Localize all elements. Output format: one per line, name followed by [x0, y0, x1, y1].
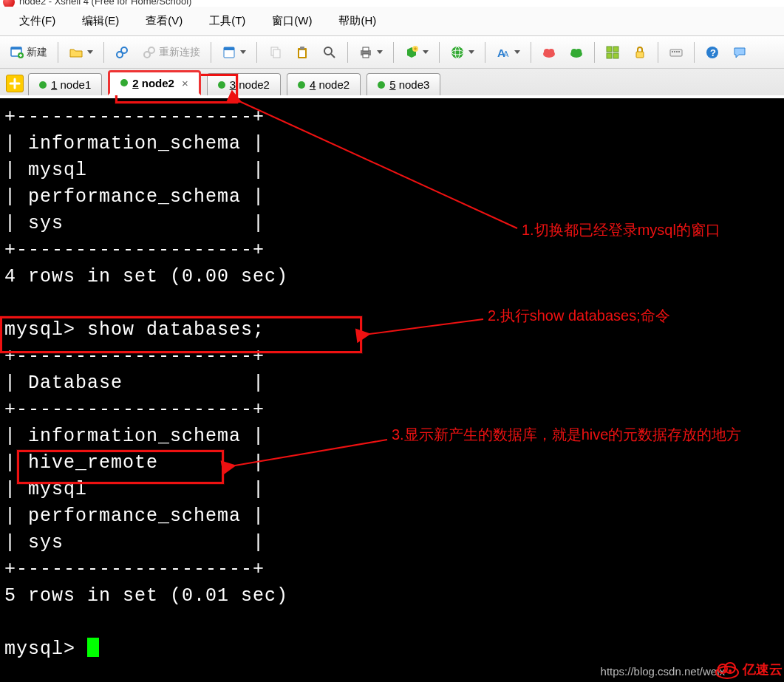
separator [694, 42, 695, 63]
dropdown-icon [423, 50, 429, 54]
svg-rect-37 [674, 51, 675, 52]
terminal-output[interactable]: +--------------------+ | information_sch… [0, 98, 784, 682]
close-tab-button[interactable]: × [182, 77, 188, 89]
add-tab-button[interactable] [6, 75, 24, 92]
help-button[interactable]: ? [700, 41, 725, 64]
svg-rect-17 [363, 54, 369, 58]
menu-help[interactable]: 帮助(H) [325, 11, 389, 31]
new-button[interactable]: 新建 [4, 41, 52, 64]
plus-icon [8, 77, 21, 90]
xftp-button[interactable] [536, 41, 562, 64]
menu-window[interactable]: 窗口(W) [259, 11, 325, 31]
web-button[interactable] [445, 41, 480, 64]
dropdown-icon [514, 50, 520, 54]
svg-point-19 [451, 47, 463, 58]
tab-label: 3 node2 [230, 78, 270, 91]
svg-rect-12 [300, 47, 304, 50]
globe-icon [450, 45, 465, 60]
reconnect-label: 重新连接 [159, 46, 200, 59]
svg-point-14 [324, 47, 332, 55]
folder-open-icon [69, 45, 83, 60]
link-button[interactable] [109, 41, 134, 64]
find-button[interactable] [317, 41, 342, 64]
sessions-button[interactable] [399, 41, 434, 64]
dropdown-icon [468, 50, 474, 54]
status-dot-icon [378, 81, 385, 89]
svg-rect-34 [636, 52, 644, 58]
svg-point-29 [576, 49, 582, 55]
open-button[interactable] [64, 41, 98, 64]
svg-point-26 [548, 49, 554, 55]
svg-rect-13 [299, 50, 305, 57]
tab-2-node2[interactable]: 2 node2 × [108, 70, 200, 95]
svg-rect-32 [607, 53, 612, 58]
separator [58, 42, 58, 63]
app-icon [3, 0, 15, 7]
paste-button[interactable] [290, 41, 315, 64]
svg-text:A: A [503, 50, 509, 58]
font-icon: AA [496, 45, 511, 60]
reconnect-button[interactable]: 重新连接 [137, 41, 205, 64]
copy-icon [267, 45, 282, 60]
menu-view[interactable]: 查看(V) [132, 11, 196, 31]
svg-point-6 [149, 47, 154, 53]
separator [439, 42, 440, 63]
separator [393, 42, 394, 63]
svg-point-4 [121, 47, 127, 53]
tool-bar: 新建 重新连接 [0, 36, 784, 69]
tile-icon [605, 45, 620, 60]
separator [103, 42, 104, 63]
svg-text:?: ? [710, 47, 716, 58]
svg-rect-38 [676, 51, 678, 52]
svg-rect-8 [224, 47, 234, 50]
reconnect-icon [142, 45, 157, 60]
help-icon: ? [705, 45, 720, 60]
cloud-logo-icon [715, 660, 740, 679]
separator [347, 42, 348, 63]
tab-1-node1[interactable]: 1 node1 [28, 73, 102, 95]
menu-file[interactable]: 文件(F) [6, 11, 69, 31]
speech-bubble-icon [732, 45, 747, 60]
annotation-text-1: 1.切换都已经登录mysql的窗口 [522, 220, 720, 240]
tab-4-node2[interactable]: 4 node2 [287, 73, 361, 95]
watermark-text: https://blog.csdn.net/weix [601, 665, 725, 678]
new-button-label: 新建 [27, 46, 47, 59]
keyboard-button[interactable] [664, 41, 689, 64]
svg-rect-36 [672, 51, 673, 52]
window-title: node2 - Xshell 4 (Free for Home/School) [19, 0, 191, 7]
svg-rect-33 [613, 53, 618, 58]
dropdown-icon [377, 50, 383, 54]
window-title-bar: node2 - Xshell 4 (Free for Home/School) [0, 0, 784, 7]
dropdown-icon [240, 50, 246, 54]
svg-rect-35 [670, 50, 682, 56]
menu-bar: 文件(F) 编辑(E) 查看(V) 工具(T) 窗口(W) 帮助(H) [0, 7, 784, 36]
separator [531, 42, 531, 63]
svg-rect-1 [11, 47, 21, 50]
tile-button[interactable] [600, 41, 625, 64]
print-button[interactable] [353, 41, 388, 64]
paste-icon [295, 45, 310, 60]
tab-3-node2[interactable]: 3 node2 [207, 73, 281, 95]
menu-tools[interactable]: 工具(T) [196, 11, 259, 31]
tab-5-node3[interactable]: 5 node3 [367, 73, 440, 95]
keyboard-icon [669, 45, 684, 60]
menu-edit[interactable]: 编辑(E) [69, 11, 132, 31]
lock-button[interactable] [627, 41, 652, 64]
copy-button[interactable] [262, 41, 287, 64]
brand-text: 亿速云 [743, 661, 783, 678]
properties-button[interactable] [217, 41, 251, 64]
annotation-text-3: 3.显示新产生的数据库，就是hive的元数据存放的地方 [392, 425, 741, 445]
printer-icon [358, 45, 373, 60]
status-dot-icon [218, 81, 225, 89]
svg-rect-39 [678, 51, 680, 52]
svg-rect-16 [363, 47, 369, 51]
link-icon [115, 45, 129, 60]
chat-button[interactable] [727, 41, 752, 64]
annotation-text-2: 2.执行show databases;命令 [488, 306, 670, 326]
brand-badge: 亿速云 [715, 660, 783, 679]
cloud-red-icon [542, 45, 556, 60]
font-button[interactable]: AA [491, 41, 525, 64]
search-icon [322, 45, 337, 60]
separator [594, 42, 595, 63]
xagent-button[interactable] [564, 41, 589, 64]
